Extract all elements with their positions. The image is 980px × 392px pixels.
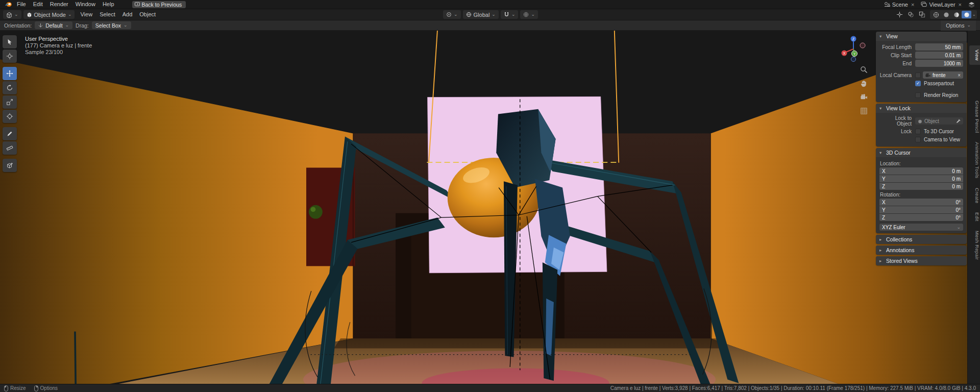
tool-options-button[interactable]: Options ⌄ (941, 20, 976, 31)
menu-view[interactable]: View (77, 9, 96, 20)
sidebar-tab-animation-tools[interactable]: Animation Tools (969, 138, 980, 182)
shading-wireframe-button[interactable] (931, 11, 941, 18)
menu-add[interactable]: Add (119, 9, 136, 20)
eyedropper-icon[interactable] (956, 119, 961, 124)
lock-to-object-field[interactable]: Object (915, 117, 963, 125)
cursor-location-x-field[interactable]: X0 m (879, 167, 963, 175)
drag-setting-label: Drag: (76, 22, 89, 29)
local-camera-field[interactable]: frente × (923, 71, 963, 79)
pan-hand-icon[interactable] (859, 78, 869, 88)
magnet-icon (504, 12, 509, 17)
cursor-location-y-field[interactable]: Y0 m (879, 175, 963, 182)
show-overlays-button[interactable] (905, 10, 916, 19)
menu-edit[interactable]: Edit (30, 0, 46, 9)
drag-setting-dropdown[interactable]: Select Box ⌄ (92, 21, 131, 29)
gizmo-neg-x-axis[interactable] (860, 43, 865, 48)
rotation-mode-caret-icon: ⌄ (957, 225, 961, 230)
cursor-rotation-z-field[interactable]: Z0° (879, 214, 963, 221)
back-to-previous-button[interactable]: Back to Previous (132, 1, 186, 8)
render-region-checkbox[interactable] (915, 92, 921, 98)
rotation-mode-dropdown[interactable]: XYZ Euler ⌄ (879, 224, 963, 231)
panel-collections-header[interactable]: ▸ Collections (876, 235, 967, 244)
cursor-rotation-y-field[interactable]: Y0° (879, 206, 963, 213)
sidebar-tab-edit[interactable]: Edit (969, 208, 980, 226)
panel-open-caret-icon: ▾ (879, 106, 884, 111)
sidebar-tab-create[interactable]: Create (969, 184, 980, 207)
clip-start-field[interactable]: 0.01 m (915, 52, 963, 59)
tool-settings-bar: Orientation: Default ⌄ Drag: Select Box … (0, 20, 980, 31)
object-data-icon (918, 119, 922, 124)
menu-object[interactable]: Object (136, 9, 159, 20)
editor-type-button[interactable]: ⌄ (3, 10, 21, 19)
scale-tool[interactable] (3, 95, 17, 109)
focal-length-field[interactable]: 50 mm (915, 43, 963, 51)
menu-render[interactable]: Render (46, 0, 72, 9)
viewport-3d-scene[interactable] (0, 31, 980, 384)
toggle-ortho-grid-icon[interactable] (859, 106, 869, 116)
panel-annotations-header[interactable]: ▸ Annotations (876, 246, 967, 255)
cursor-location-z-field[interactable]: Z0 m (879, 183, 963, 190)
navigation-gizmo[interactable]: Z X Y (838, 34, 869, 64)
camera-view-icon[interactable] (859, 92, 869, 102)
lock-to-object-label: Lock to Object (879, 115, 915, 127)
back-screen-icon (135, 2, 140, 7)
menu-select[interactable]: Select (96, 9, 119, 20)
add-cube-tool[interactable] (3, 159, 17, 172)
clip-end-label: End (879, 61, 915, 66)
move-tool[interactable] (3, 67, 17, 80)
sidebar-n-panel: ▾ View Focal Length 50 mm Clip Start 0.0… (876, 32, 967, 267)
cursor-tool[interactable] (3, 50, 17, 63)
cursor-rotation-x-field[interactable]: X0° (879, 199, 963, 206)
camera-to-view-checkbox[interactable] (915, 137, 921, 142)
local-camera-checkbox[interactable] (915, 72, 921, 78)
sidebar-tab-mesh-repair[interactable]: Mesh Repair (969, 227, 980, 264)
orientation-global-button[interactable]: Global ⌄ (463, 10, 499, 19)
clip-end-field[interactable]: 1000 m (915, 60, 963, 67)
menu-file[interactable]: File (13, 0, 30, 9)
panel-view-header[interactable]: ▾ View (876, 32, 967, 41)
snap-button[interactable]: ⌄ (501, 10, 519, 19)
shading-material-button[interactable] (951, 11, 961, 18)
orientation-setting-dropdown[interactable]: Default ⌄ (35, 21, 72, 29)
green-sphere[interactable] (309, 205, 323, 219)
panel-stored-views-header[interactable]: ▸ Stored Views (876, 256, 967, 265)
panel-collections-title: Collections (886, 236, 912, 242)
zoom-icon[interactable] (859, 64, 869, 75)
shading-solid-button[interactable] (941, 11, 951, 18)
blender-logo-icon[interactable] (4, 2, 12, 8)
scene-unlink-icon[interactable]: × (910, 2, 915, 8)
passepartout-checkbox[interactable]: ✓ (915, 81, 921, 86)
menu-help[interactable]: Help (99, 0, 118, 9)
lock-to-3d-cursor-checkbox[interactable] (915, 129, 921, 134)
scene-selector[interactable]: Scene × (882, 1, 918, 8)
rotate-tool[interactable] (3, 81, 17, 94)
viewport-3d[interactable]: User Perspective (177) Camera e luz | fr… (0, 31, 980, 384)
viewlayer-remove-icon[interactable]: × (958, 2, 963, 8)
toggle-xray-button[interactable] (917, 10, 927, 19)
orientation-setting-caret-icon: ⌄ (65, 23, 69, 28)
show-gizmo-button[interactable] (894, 10, 904, 19)
measure-tool[interactable] (3, 141, 17, 155)
gizmo-neg-z-axis[interactable] (851, 57, 855, 61)
transform-tool[interactable] (3, 110, 17, 123)
status-options-hint: Options (34, 385, 58, 391)
select-box-tool[interactable] (3, 35, 17, 48)
layers-stack-icon[interactable] (968, 2, 975, 8)
mode-selector[interactable]: Object Mode ⌄ (23, 10, 75, 19)
viewlayer-selector[interactable]: ViewLayer × (919, 1, 965, 8)
sidebar-tab-grease-pencil[interactable]: Grease Pencil (969, 96, 980, 137)
sidebar-tab-view[interactable]: View (969, 45, 980, 65)
panel-view-title: View (886, 33, 898, 39)
menu-window[interactable]: Window (72, 0, 99, 9)
shading-rendered-button[interactable] (962, 11, 971, 18)
local-camera-clear-icon[interactable]: × (958, 72, 961, 78)
shading-caret-icon[interactable]: ⌄ (972, 12, 976, 17)
back-to-previous-label: Back to Previous (142, 2, 182, 8)
panel-view-lock-header[interactable]: ▾ View Lock (876, 104, 967, 113)
annotate-tool[interactable] (3, 127, 17, 140)
panel-stored-views: ▸ Stored Views (876, 256, 967, 265)
tool-shelf (3, 35, 18, 172)
proportional-edit-button[interactable]: ⌄ (520, 10, 538, 19)
pivot-point-button[interactable]: ⌄ (443, 10, 461, 19)
panel-3d-cursor-header[interactable]: ▾ 3D Cursor (876, 148, 967, 157)
